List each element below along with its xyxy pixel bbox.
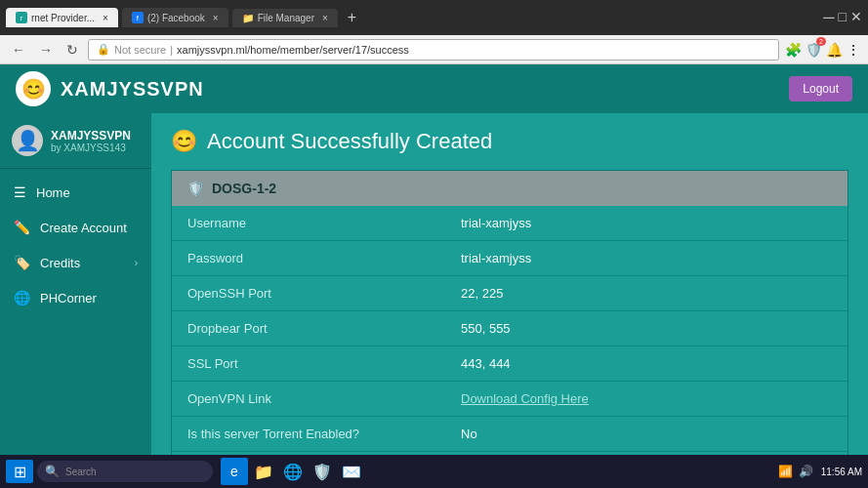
card-body: Usernametrial-xamjyssPasswordtrial-xamjy… [172,206,847,486]
alert-icon[interactable]: 🔔 [826,42,843,58]
taskbar-mail[interactable]: ✉️ [338,458,365,485]
user-details: XAMJYSSVPN by XAMJYSS143 [51,129,131,153]
new-tab-button[interactable]: + [342,9,362,26]
chrome-icon: 🌐 [283,463,303,481]
table-row: OpenSSH Port22, 225 [172,276,847,311]
field-label: OpenVPN Link [187,391,461,406]
active-tab[interactable]: r rnet Provider... × [6,8,118,27]
sidebar: 👤 XAMJYSSVPN by XAMJYSS143 ☰ Home ✏️ Cre… [0,113,151,488]
security-label: Not secure [114,44,166,56]
credits-arrow-icon: › [135,258,138,268]
field-value: 550, 555 [461,321,511,336]
close-btn[interactable]: ✕ [850,9,862,26]
tab-file-manager[interactable]: 📁 File Manager × [232,9,338,27]
logo-text: XAMJYSSVPN [61,78,204,101]
credits-label: Credits [40,256,80,270]
search-icon: 🔍 [45,465,60,478]
taskbar-right: 📶 🔊 11:56 AM [778,465,862,478]
field-label: OpenSSH Port [187,286,461,301]
field-value: trial-xamjyss [461,216,531,230]
user-info: 👤 XAMJYSSVPN by XAMJYSS143 [0,113,151,169]
taskbar-explorer[interactable]: 📁 [250,458,277,485]
extensions-icon[interactable]: 🧩 [785,42,802,58]
card-header-text: DOSG-1-2 [212,181,276,196]
home-label: Home [36,185,70,200]
time-display: 11:56 AM [821,467,862,477]
main-content: 😊 Account Successfully Created 🛡️ DOSG-1… [151,113,868,488]
maximize-btn[interactable]: □ [839,9,847,26]
app-logo: 😊 XAMJYSSVPN [16,71,204,106]
field-label: Dropbear Port [187,321,461,336]
account-card: 🛡️ DOSG-1-2 Usernametrial-xamjyssPasswor… [171,170,848,487]
sidebar-item-credits[interactable]: 🏷️ Credits › [0,245,151,280]
phcorner-label: PHCorner [40,291,97,305]
tab-close-btn[interactable]: × [103,13,108,23]
taskbar-search[interactable]: 🔍 Search [37,461,213,482]
sidebar-item-create-account[interactable]: ✏️ Create Account [0,210,151,245]
field-label: SSL Port [187,356,461,371]
username: XAMJYSSVPN [51,129,131,142]
avatar: 👤 [12,125,43,156]
phcorner-icon: 🌐 [14,290,30,305]
taskbar-chrome[interactable]: 🌐 [279,458,307,485]
taskbar: ⊞ 🔍 Search e 📁 🌐 🛡️ ✉️ 📶 🔊 11:56 AM [0,455,868,488]
taskbar-apps: e 📁 🌐 🛡️ ✉️ [221,458,365,485]
credits-left: 🏷️ Credits [14,255,80,270]
back-button[interactable]: ← [8,40,29,60]
field-value[interactable]: Download Config Here [461,391,589,406]
mail-icon: ✉️ [342,463,361,481]
start-button[interactable]: ⊞ [6,460,33,483]
wifi-icon: 📶 [778,465,793,478]
table-row: Is this server Torrent Enabled?No [172,417,847,452]
taskbar-shield-icon: 🛡️ [312,463,332,481]
page-title: Account Successfully Created [207,129,492,154]
refresh-button[interactable]: ↻ [62,40,82,60]
nav-bar: ← → ↻ 🔒 Not secure | xamjyssvpn.ml/home/… [0,35,868,64]
logo-icon: 😊 [16,71,51,106]
browser-chrome: r rnet Provider... × f (2) Facebook × 📁 … [0,0,868,35]
create-account-icon: ✏️ [14,220,30,235]
tab-close-facebook[interactable]: × [213,13,219,23]
forward-button[interactable]: → [35,40,57,60]
field-value: 22, 225 [461,286,503,301]
field-label: Is this server Torrent Enabled? [187,427,461,441]
app-wrapper: 😊 XAMJYSSVPN Logout 👤 XAMJYSSVPN by XAMJ… [0,64,868,488]
table-row: Dropbear Port550, 555 [172,311,847,346]
taskbar-shield[interactable]: 🛡️ [309,458,336,485]
field-label: Username [187,216,461,230]
field-value: trial-xamjyss [461,251,531,265]
page-title-area: 😊 Account Successfully Created [171,129,848,154]
search-label: Search [65,467,97,477]
menu-icon[interactable]: ⋮ [847,42,860,58]
field-label: Password [187,251,461,265]
time: 11:56 AM [821,467,862,477]
table-row: Usernametrial-xamjyss [172,206,847,241]
nav-extras: 🧩 🛡️ 2 🔔 ⋮ [785,41,860,59]
user-subtitle: by XAMJYSS143 [51,142,131,153]
sidebar-nav: ☰ Home ✏️ Create Account 🏷️ Credits › 🌐 [0,169,151,449]
sidebar-item-phcorner[interactable]: 🌐 PHCorner [0,280,151,315]
address-bar[interactable]: 🔒 Not secure | xamjyssvpn.ml/home/member… [88,39,779,61]
tab-label: rnet Provider... [31,13,95,23]
taskbar-edge[interactable]: e [221,458,248,485]
minimize-btn[interactable]: ─ [823,9,834,26]
content-area: 👤 XAMJYSSVPN by XAMJYSS143 ☰ Home ✏️ Cre… [0,113,868,488]
table-row: Passwordtrial-xamjyss [172,241,847,276]
create-account-label: Create Account [40,221,127,235]
card-header-icon: 🛡️ [187,181,204,196]
tab-close-file[interactable]: × [322,13,328,23]
volume-icon: 🔊 [799,465,813,478]
separator: | [170,44,173,56]
logout-button[interactable]: Logout [789,76,852,102]
app-header: 😊 XAMJYSSVPN Logout [0,64,868,113]
system-icons: 📶 🔊 [778,465,813,478]
sidebar-item-home[interactable]: ☰ Home [0,175,151,210]
field-value: 443, 444 [461,356,511,371]
tab-favicon: r [16,12,27,23]
table-row: OpenVPN LinkDownload Config Here [172,382,847,417]
credits-icon: 🏷️ [14,255,30,270]
tab-facebook[interactable]: f (2) Facebook × [122,8,228,27]
shield-container: 🛡️ 2 [806,41,822,59]
page-title-icon: 😊 [171,129,197,154]
card-header: 🛡️ DOSG-1-2 [172,171,847,206]
